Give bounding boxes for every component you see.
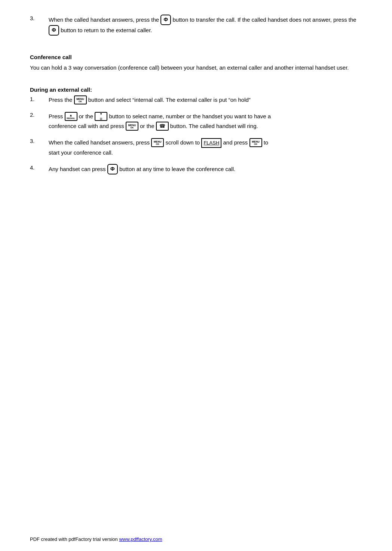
step-text-4: Any handset can press button at any time…	[49, 164, 362, 175]
step4-text-after: button at any time to leave the conferen…	[119, 166, 235, 172]
menu-button-icon-3: MENU OK	[151, 138, 164, 147]
text-after-btn2: button to return to the external caller.	[61, 27, 152, 33]
step3-text-middle1: scroll down to	[166, 139, 202, 146]
footer-text: PDF created with pdfFactory trial versio…	[30, 536, 118, 542]
menu-button-icon-2: MENU OK	[126, 122, 138, 131]
text-before-btn1: When the called handset answers, press t…	[49, 16, 160, 23]
conference-section: Conference call You can hold a 3 way con…	[30, 54, 362, 72]
menu-button-icon-4: MENU OK	[249, 138, 262, 147]
footer-link[interactable]: www.pdffactory.com	[119, 536, 162, 542]
step-text-2: Press ▲ REDIAL or the ▼ ☷ button to sele…	[49, 112, 362, 131]
step4-text-before: Any handset can press	[49, 166, 107, 172]
footer: PDF created with pdfFactory trial versio…	[30, 536, 362, 542]
conference-title: Conference call	[30, 54, 362, 60]
text-after-btn1: button to transfer the call. If the call…	[173, 16, 356, 23]
power-button-icon-3	[107, 164, 118, 174]
step3-text-middle2: and press	[223, 139, 249, 146]
step-number-1: 1.	[30, 96, 49, 102]
power-button-icon-2	[49, 25, 59, 36]
during-title: During an external call:	[30, 86, 362, 93]
during-step-3: 3. When the called handset answers, pres…	[30, 138, 362, 158]
during-step-2: 2. Press ▲ REDIAL or the ▼ ☷ button to s…	[30, 112, 362, 131]
step1-text-after: button and select “internal call. The ex…	[88, 97, 251, 103]
step2-text-end: button. The called handset will ring.	[170, 123, 258, 129]
step2-text-before: Press	[49, 113, 65, 119]
during-section: During an external call: 1. Press the ME…	[30, 86, 362, 175]
step-number-4: 4.	[30, 164, 49, 171]
step2-text-middle2: or the	[140, 123, 156, 129]
step3-text-before: When the called handset answers, press	[49, 139, 151, 146]
step-number-2: 2.	[30, 112, 49, 118]
down-button-icon: ▼ ☷	[95, 112, 107, 121]
phone-button-icon: ☎	[156, 122, 169, 131]
during-step-1: 1. Press the MENU OK button and select “…	[30, 96, 362, 105]
step-text: When the called handset answers, press t…	[49, 15, 362, 36]
redial-button-icon: ▲ REDIAL	[65, 112, 77, 121]
conference-body: You can hold a 3 way conversation (confe…	[30, 63, 362, 72]
step-number: 3.	[30, 15, 49, 21]
initial-step-3: 3. When the called handset answers, pres…	[30, 15, 362, 36]
menu-button-icon-1: MENU OK	[74, 95, 87, 104]
step-number-3: 3.	[30, 138, 49, 144]
step2-text-middle1: or the	[79, 113, 95, 119]
power-button-icon-1	[160, 15, 171, 25]
during-step-4: 4. Any handset can press button at any t…	[30, 164, 362, 175]
page-content: 3. When the called handset answers, pres…	[0, 0, 392, 215]
step-text-3: When the called handset answers, press M…	[49, 138, 362, 158]
step1-text-before: Press the	[49, 97, 74, 103]
flash-label: FLASH	[201, 138, 221, 148]
step-text-1: Press the MENU OK button and select “int…	[49, 96, 362, 105]
